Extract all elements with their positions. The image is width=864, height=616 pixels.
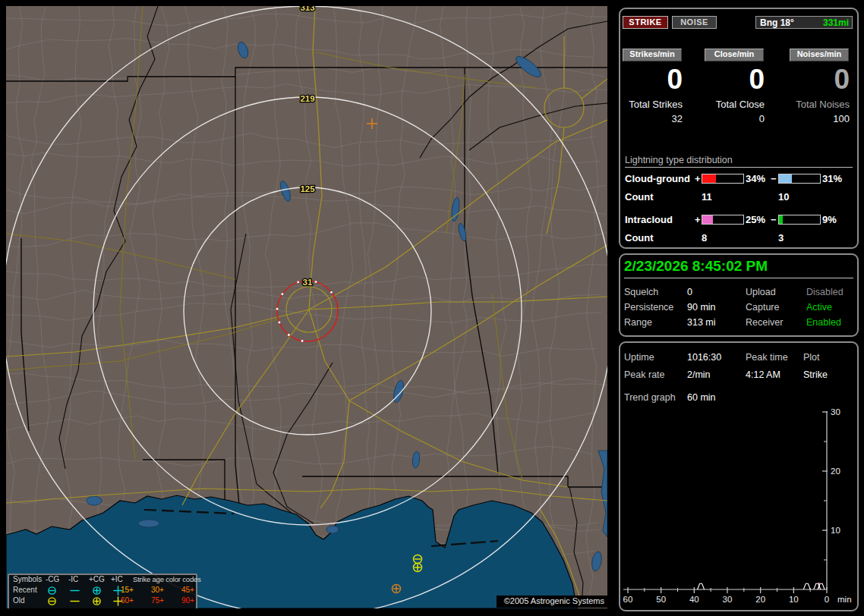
neg-ic-percent: 9% — [822, 214, 837, 225]
datetime-divider — [624, 278, 853, 278]
noise-button[interactable]: NOISE — [672, 16, 717, 29]
lightning-map: 31321912531 — [6, 6, 607, 608]
status-row-squelch: Squelch 0 Upload Disabled — [620, 287, 857, 298]
strikes-per-min-value: 0 — [620, 64, 683, 96]
close-per-min-button[interactable]: Close/min — [705, 49, 764, 61]
noises-per-min-button[interactable]: Noises/min — [790, 49, 849, 61]
neg-ic-count: 3 — [778, 232, 784, 244]
peak-time-label: Peak time — [746, 352, 788, 363]
neg-cg-bar — [778, 174, 821, 184]
age-badge-45: 45+ — [181, 586, 194, 594]
trend-panel: Uptime 1016:30 Peak time Plot Peak rate … — [619, 341, 859, 611]
distribution-divider — [625, 167, 853, 168]
strike-symbol-cg-pos — [393, 585, 401, 593]
old-neg-ic-icon — [70, 596, 80, 606]
status-row-range: Range 313 mi Receiver Enabled — [620, 317, 857, 328]
trend-graph-label: Trend graph — [624, 392, 676, 403]
strike-stats-panel: STRIKE NOISE Bng 18° 331mi Strikes/min 0… — [619, 8, 859, 249]
total-noises-label: Total Noises — [758, 99, 850, 110]
peak-rate-row: Peak rate 2/min 4:12 AM Strike — [620, 369, 857, 381]
squelch-label: Squelch — [624, 287, 658, 297]
intracloud-label: Intracloud — [625, 214, 673, 225]
total-close-label: Total Close — [673, 99, 765, 110]
svg-text:50: 50 — [656, 595, 666, 604]
age-badge-75: 75+ — [151, 596, 164, 605]
strikes-rate-column: Strikes/min 0 Total Strikes 32 — [620, 47, 683, 138]
total-strikes-value: 32 — [620, 113, 683, 124]
neg-cg-count: 10 — [778, 191, 789, 203]
bearing-label: Bng 18° — [760, 17, 794, 28]
svg-text:0: 0 — [825, 595, 829, 604]
legend-age-title: Strike age color codes — [133, 575, 201, 583]
peak-time-value: 4:12 AM — [746, 369, 780, 380]
legend-recent-label: Recent — [13, 586, 37, 594]
age-badge-30: 30+ — [151, 586, 164, 594]
plus-sign: + — [695, 214, 701, 225]
svg-text:10: 10 — [789, 595, 799, 604]
svg-text:30: 30 — [831, 408, 840, 416]
upload-label: Upload — [746, 287, 776, 297]
cloud-ground-label: Cloud-ground — [625, 173, 690, 184]
strike-symbol-cg-pos — [414, 564, 422, 572]
svg-text:30: 30 — [723, 595, 733, 604]
legend-row-recent: Recent 15+ 30+ 45+ — [9, 586, 196, 596]
legend-symbols-label: Symbols — [13, 575, 42, 583]
svg-text:20: 20 — [755, 595, 765, 604]
persistence-label: Persistence — [624, 302, 673, 313]
legend-header: Symbols -CG -IC +CG +IC Strike age color… — [9, 575, 196, 586]
distribution-title: Lightning type distribution — [625, 155, 733, 165]
uptime-label: Uptime — [624, 352, 654, 363]
trend-graph-chart: 1020306050403020100min — [622, 408, 856, 610]
status-row-persistence: Persistence 90 min Capture Active — [620, 302, 857, 313]
old-neg-cg-icon — [47, 596, 57, 606]
recent-neg-ic-icon — [70, 586, 80, 596]
strikes-per-min-button[interactable]: Strikes/min — [623, 49, 682, 61]
age-badge-60: 60+ — [121, 596, 134, 605]
peak-rate-value: 2/min — [687, 369, 711, 380]
svg-text:60: 60 — [623, 595, 633, 604]
neg-ic-bar — [778, 215, 821, 225]
capture-status: Active — [806, 302, 832, 313]
upload-status: Disabled — [806, 287, 844, 297]
plot-label: Plot — [803, 352, 820, 363]
close-rate-column: Close/min 0 Total Close 0 — [702, 47, 765, 138]
datetime-display: 2/23/2026 8:45:02 PM — [624, 258, 768, 275]
noises-rate-column: Noises/min 0 Total Noises 100 — [787, 47, 850, 138]
strike-button[interactable]: STRIKE — [623, 16, 668, 29]
range-ring-label-31: 31 — [303, 278, 313, 287]
pos-cg-percent: 34% — [746, 173, 765, 184]
cloud-ground-row: Cloud-ground + 34% − 31% — [620, 173, 857, 184]
map-canvas[interactable]: 31321912531 Symbols -CG -IC +CG +IC Stri… — [6, 6, 607, 608]
minus-sign: − — [771, 214, 777, 225]
plot-mode-value: Strike — [803, 369, 828, 380]
count-label: Count — [625, 232, 654, 244]
recent-neg-cg-icon — [47, 586, 57, 596]
svg-text:min: min — [837, 595, 852, 604]
pos-ic-bar — [702, 215, 744, 225]
neg-cg-percent: 31% — [822, 173, 842, 184]
count-label: Count — [625, 191, 654, 203]
bearing-readout: Bng 18° 331mi — [755, 16, 853, 29]
total-noises-value: 100 — [787, 113, 850, 124]
trend-graph-window: 60 min — [687, 392, 716, 403]
range-value: 313 mi — [687, 317, 716, 328]
pos-ic-count: 8 — [702, 232, 707, 244]
close-per-min-value: 0 — [702, 64, 765, 96]
status-panel: 2/23/2026 8:45:02 PM Squelch 0 Upload Di… — [619, 253, 859, 337]
total-close-value: 0 — [702, 113, 765, 124]
range-ring-label-219: 219 — [300, 94, 314, 103]
svg-text:20: 20 — [831, 467, 840, 476]
cloud-ground-count-row: Count 11 10 — [620, 191, 857, 202]
noises-per-min-value: 0 — [787, 64, 850, 96]
legend-row-old: Old 60+ 75+ 90+ — [9, 596, 196, 607]
intracloud-row: Intracloud + 25% − 9% — [620, 214, 857, 225]
peak-rate-label: Peak rate — [624, 369, 665, 380]
minus-sign: − — [771, 173, 777, 184]
svg-text:10: 10 — [831, 526, 840, 535]
map-legend: Symbols -CG -IC +CG +IC Strike age color… — [8, 574, 197, 608]
legend-col-pos-ic: +IC — [111, 575, 123, 583]
trend-graph-row: Trend graph 60 min — [620, 392, 857, 404]
bearing-distance: 331mi — [823, 17, 849, 28]
svg-text:40: 40 — [689, 595, 699, 604]
plus-sign: + — [695, 173, 701, 184]
